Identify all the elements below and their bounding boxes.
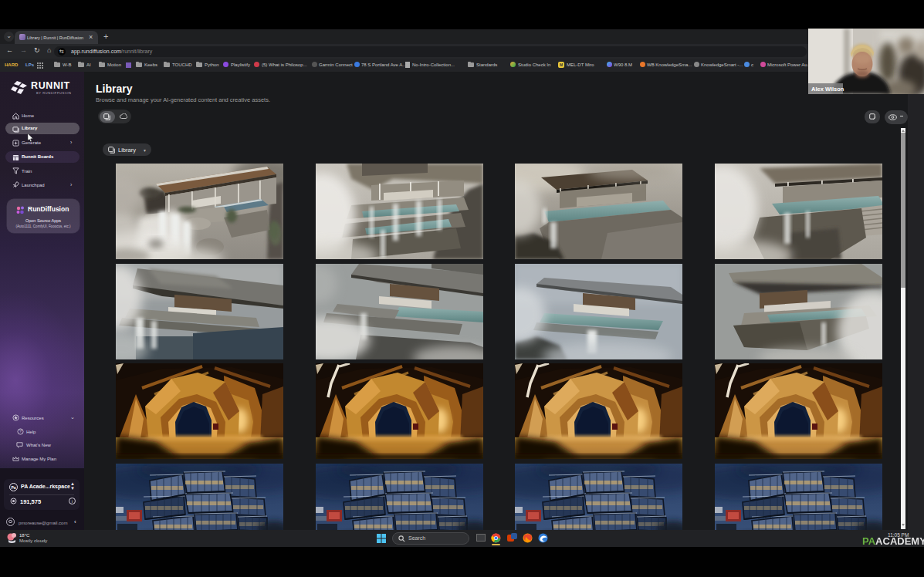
svg-text:?: ? bbox=[19, 429, 22, 434]
svg-text:Alex Wilson: Alex Wilson bbox=[811, 86, 844, 93]
